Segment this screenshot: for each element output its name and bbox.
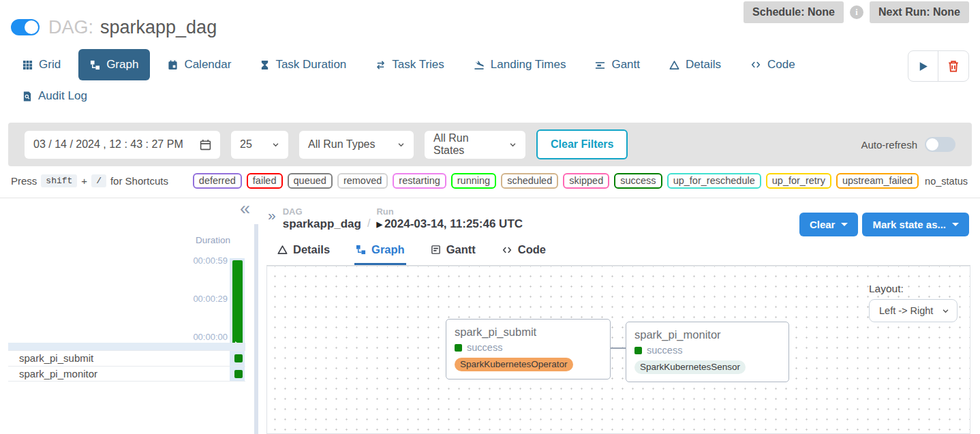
state-badge-up-for-reschedule[interactable]: up_for_reschedule (667, 173, 761, 189)
breadcrumb-dag-label: DAG (283, 206, 361, 217)
tab-label: Task Duration (275, 58, 346, 72)
clear-filters-button[interactable]: Clear Filters (536, 129, 628, 159)
chevron-down-icon (509, 141, 517, 149)
trash-icon (947, 60, 960, 72)
graph-node-spark-pi-monitor[interactable]: spark_pi_monitor success SparkKubernetes… (626, 322, 789, 382)
tab-audit-log[interactable]: Audit Log (11, 80, 99, 112)
expand-breadcrumb-icon[interactable]: » (268, 208, 276, 222)
trigger-dag-button[interactable] (908, 51, 938, 81)
state-badge-restarting[interactable]: restarting (393, 173, 446, 189)
run-detail-panel: » DAG sparkapp_dag / Run ▶ 2024-03-14, 1… (258, 198, 980, 434)
tab-details[interactable]: Details (658, 49, 733, 80)
plane-landing-icon (474, 60, 485, 70)
run-types-select[interactable]: All Run Types (299, 131, 414, 159)
node-title: spark_pi_submit (455, 326, 602, 339)
dag-name: sparkapp_dag (100, 17, 217, 38)
tab-label: Calendar (184, 58, 231, 72)
toggle-knob (25, 20, 38, 34)
content-area: « Duration 00:00:59 00:00:29 00:00:00 sp… (0, 198, 980, 434)
dag-pause-toggle[interactable] (11, 19, 40, 35)
tab-code[interactable]: Code (739, 49, 807, 80)
tab-label: Audit Log (38, 89, 87, 103)
auto-refresh-label: Auto-refresh (861, 139, 917, 151)
collapse-sidebar-icon[interactable]: « (240, 200, 250, 218)
base-date-input[interactable]: 03 / 14 / 2024 , 12 : 43 : 27 PM (25, 131, 220, 159)
tab-grid[interactable]: Grid (11, 49, 72, 80)
tab-label: Code (767, 58, 795, 72)
mark-state-label: Mark state as... (872, 219, 946, 230)
graph-canvas[interactable]: Layout: Left -> Right spark_pi_submit su… (266, 266, 970, 434)
task-instance-square[interactable] (234, 354, 243, 362)
run-tab-label: Graph (371, 243, 405, 256)
state-badge-running[interactable]: running (451, 173, 496, 189)
task-row[interactable]: spark_pi_submit (8, 351, 245, 367)
graph-node-spark-pi-submit[interactable]: spark_pi_submit success SparkKubernetesO… (446, 319, 611, 379)
graph-icon (356, 245, 366, 255)
task-instance-square[interactable] (234, 370, 243, 378)
run-duration-bar[interactable] (232, 260, 243, 349)
tab-label: Task Tries (392, 58, 444, 72)
code-icon (750, 60, 761, 69)
clear-run-button[interactable]: Clear (799, 213, 859, 236)
task-row[interactable]: spark_pi_monitor (8, 367, 245, 382)
delete-dag-button[interactable] (938, 51, 968, 81)
state-badge-upstream-failed[interactable]: upstream_failed (836, 173, 919, 189)
state-badge-scheduled[interactable]: scheduled (501, 173, 558, 189)
filter-bar: 03 / 14 / 2024 , 12 : 43 : 27 PM 25 All … (8, 123, 972, 166)
duration-tick: 00:00:29 (193, 294, 228, 304)
base-date-value: 03 / 14 / 2024 , 12 : 43 : 27 PM (33, 138, 183, 151)
caret-down-icon (952, 223, 959, 226)
run-header: » DAG sparkapp_dag / Run ▶ 2024-03-14, 1… (266, 206, 970, 231)
page-size-select[interactable]: 25 (231, 131, 288, 159)
task-edge (610, 347, 626, 349)
breadcrumb-run-value[interactable]: ▶ 2024-03-14, 11:25:46 UTC (376, 217, 523, 231)
duration-axis-label: Duration (196, 235, 230, 245)
legend-bar: Press shift + / for Shortcuts deferred f… (0, 166, 980, 198)
play-icon (917, 61, 929, 72)
tab-label: Details (686, 58, 721, 72)
state-badge-removed[interactable]: removed (337, 173, 388, 189)
success-square-icon (455, 344, 462, 352)
mark-state-button[interactable]: Mark state as... (862, 213, 969, 236)
node-status: success (634, 345, 780, 356)
run-states-select[interactable]: All Run States (425, 131, 525, 159)
page-title: DAG: sparkapp_dag (48, 17, 217, 38)
layout-label: Layout: (869, 283, 958, 295)
tab-landing-times[interactable]: Landing Times (462, 49, 578, 80)
state-badge-failed[interactable]: failed (247, 173, 283, 189)
triangle-icon (669, 60, 679, 70)
layout-select[interactable]: Left -> Right (869, 299, 958, 322)
operator-badge: SparkKubernetesOperator (455, 358, 573, 371)
dag-label: DAG: (48, 17, 93, 38)
run-tab-details[interactable]: Details (276, 239, 331, 265)
node-state-label: success (467, 342, 502, 353)
state-badge-success[interactable]: success (614, 173, 662, 189)
state-badge-skipped[interactable]: skipped (563, 173, 609, 189)
state-badge-queued[interactable]: queued (288, 173, 333, 189)
triangle-icon (277, 245, 288, 255)
calendar-picker-icon[interactable] (200, 139, 211, 151)
next-run-badge: Next Run: None (870, 1, 969, 23)
state-badge-up-for-retry[interactable]: up_for_retry (766, 173, 831, 189)
run-tab-gantt[interactable]: Gantt (429, 239, 477, 265)
run-tab-graph[interactable]: Graph (354, 239, 406, 265)
chevron-down-icon (397, 141, 405, 149)
hourglass-icon (260, 60, 269, 70)
page-size-value: 25 (240, 138, 252, 151)
shortcut-text: for Shortcuts (110, 175, 168, 187)
shortcut-text: Press (11, 175, 37, 187)
info-icon[interactable]: i (850, 5, 863, 19)
tab-task-tries[interactable]: Task Tries (364, 49, 456, 80)
tab-graph[interactable]: Graph (78, 49, 150, 80)
state-badge-deferred[interactable]: deferred (193, 173, 242, 189)
run-tab-code[interactable]: Code (500, 239, 547, 265)
schedule-badge: Schedule: None (744, 1, 844, 23)
state-legend: deferred failed queued removed restartin… (193, 173, 969, 189)
auto-refresh-toggle[interactable] (925, 137, 955, 152)
run-actions: Clear Mark state as... (799, 213, 969, 236)
run-state-icon: ▶ (376, 220, 382, 229)
tab-label: Graph (106, 58, 138, 72)
tab-gantt[interactable]: Gantt (583, 49, 652, 80)
tab-task-duration[interactable]: Task Duration (249, 49, 358, 80)
tab-calendar[interactable]: Calendar (156, 49, 243, 80)
